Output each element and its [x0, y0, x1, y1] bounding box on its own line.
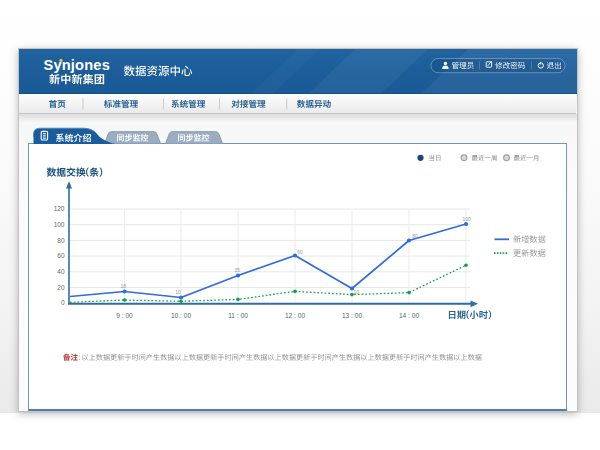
svg-text:120: 120: [54, 205, 65, 212]
svg-text:10 : 00: 10 : 00: [171, 312, 191, 319]
svg-text:10: 10: [175, 289, 181, 295]
svg-text:10: 10: [354, 289, 360, 295]
svg-text:12 : 00: 12 : 00: [285, 312, 305, 319]
svg-text:18: 18: [121, 283, 127, 289]
svg-text:100: 100: [463, 216, 472, 222]
svg-text:Synjones: Synjones: [44, 57, 110, 73]
svg-text:11 : 00: 11 : 00: [228, 312, 248, 319]
svg-text:35: 35: [235, 267, 241, 273]
svg-text:20: 20: [57, 284, 65, 291]
svg-text:40: 40: [57, 268, 65, 275]
svg-text:14 : 00: 14 : 00: [399, 312, 419, 319]
svg-text:60: 60: [297, 249, 303, 255]
svg-text:80: 80: [412, 233, 418, 239]
svg-text:13 : 00: 13 : 00: [342, 312, 362, 319]
svg-text:60: 60: [57, 252, 65, 259]
svg-text:80: 80: [57, 237, 65, 244]
svg-text:100: 100: [54, 221, 65, 228]
svg-text:9 : 00: 9 : 00: [116, 312, 133, 319]
svg-text:0: 0: [61, 299, 65, 306]
